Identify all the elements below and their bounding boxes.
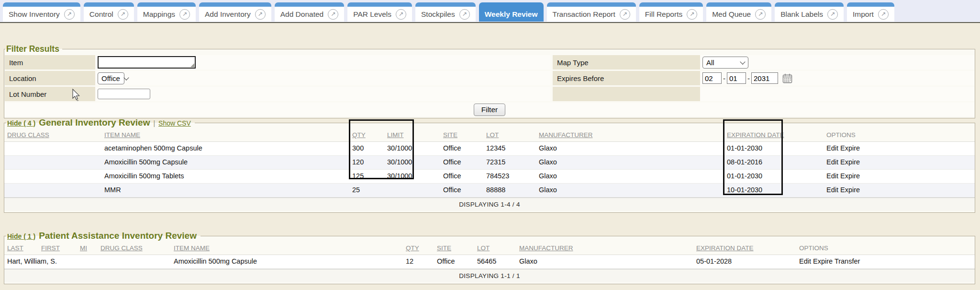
tab-accent-bar <box>547 2 636 7</box>
item-label: Item <box>5 55 95 70</box>
row-options-links[interactable]: Edit Expire <box>824 156 975 169</box>
external-link-icon[interactable]: ↗ <box>459 9 470 20</box>
tab-stockpiles[interactable]: Stockpiles↗ <box>415 2 476 22</box>
col-header-lot[interactable]: LOT <box>483 129 536 141</box>
tab-add-donated[interactable]: Add Donated↗ <box>275 2 345 22</box>
tab-med-queue[interactable]: Med Queue↗ <box>706 2 771 22</box>
external-link-icon[interactable]: ↗ <box>878 9 889 20</box>
filter-results-legend: Filter Results <box>5 44 62 54</box>
col-header-manufacturer[interactable]: MANUFACTURER <box>536 129 724 141</box>
calendar-icon[interactable] <box>782 73 792 83</box>
row-options-links[interactable]: Edit Expire <box>824 142 975 155</box>
tab-control[interactable]: Control↗ <box>84 2 134 22</box>
row-options-links[interactable]: Edit Expire Transfer <box>796 255 975 268</box>
lot-number-value-cell <box>95 87 550 101</box>
col-header-qty[interactable]: QTY <box>403 242 434 255</box>
inventory-row: acetaminophen 500mg Capsule 300 30/1000 … <box>4 142 975 156</box>
location-select[interactable]: Office <box>98 72 124 84</box>
cell-site: Office <box>434 255 474 268</box>
cell-last-name: Hart, William, S. <box>4 255 38 268</box>
external-link-icon[interactable]: ↗ <box>827 9 838 20</box>
tab-weekly-review[interactable]: Weekly Review <box>479 2 544 22</box>
tab-label: PAR Levels <box>353 10 391 19</box>
tab-accent-bar <box>84 2 134 7</box>
cell-limit: 30/1000 <box>384 170 440 183</box>
tab-show-inventory[interactable]: Show Inventory↗ <box>3 2 80 22</box>
col-header-last[interactable]: LAST <box>4 242 38 255</box>
tab-blank-labels[interactable]: Blank Labels↗ <box>775 2 844 22</box>
cell-manufacturer: Glaxo <box>536 170 724 183</box>
col-header-qty[interactable]: QTY <box>349 129 384 141</box>
item-value-cell <box>95 55 550 70</box>
tab-label: Mappings <box>143 10 175 19</box>
lot-number-label: Lot Number <box>5 87 95 101</box>
col-header-lot[interactable]: LOT <box>474 242 516 255</box>
inventory-row: MMR 25 Office 88888 Glaxo 10-01-2030 Edi… <box>4 184 975 197</box>
cell-expiration-date: 01-01-2030 <box>724 170 824 183</box>
filter-row-location: Location Office Expires Before - - <box>5 71 974 85</box>
resize-grip-icon[interactable] <box>190 63 194 67</box>
patient-assistance-title: Patient Assistance Inventory Review <box>39 231 197 241</box>
col-header-first[interactable]: FIRST <box>38 242 77 255</box>
cell-site: Office <box>440 156 483 169</box>
expires-month-input[interactable] <box>702 72 722 84</box>
map-type-select[interactable]: All <box>702 57 748 69</box>
col-header-site[interactable]: SITE <box>440 129 483 141</box>
map-type-selected-option: All <box>706 58 714 67</box>
col-header-expiration-date[interactable]: EXPIRATION DATE <box>724 129 824 141</box>
filter-button[interactable]: Filter <box>474 104 505 116</box>
external-link-icon[interactable]: ↗ <box>396 9 406 20</box>
tab-accent-bar <box>137 2 196 7</box>
external-link-icon[interactable]: ↗ <box>179 9 190 20</box>
col-header-expiration-date[interactable]: EXPIRATION DATE <box>693 242 796 255</box>
content-area: Filter Results Item Map Type All Locatio… <box>0 22 980 290</box>
col-header-drug-class[interactable]: DRUG CLASS <box>4 129 101 141</box>
tab-accent-bar <box>347 2 412 7</box>
hide-patient-link[interactable]: Hide ( 1 ) <box>7 232 35 240</box>
external-link-icon[interactable]: ↗ <box>687 9 697 20</box>
tab-label: Import <box>853 10 874 19</box>
cell-item-name: Amoxicillin 500mg Tablets <box>101 170 349 183</box>
tab-label: Show Inventory <box>9 10 60 19</box>
external-link-icon[interactable]: ↗ <box>118 9 128 20</box>
tab-accent-bar <box>775 2 844 7</box>
tab-transaction-report[interactable]: Transaction Report↗ <box>547 2 636 22</box>
filter-row-lot: Lot Number <box>5 87 974 101</box>
external-link-icon[interactable]: ↗ <box>64 9 75 20</box>
general-inventory-title: General Inventory Review <box>39 117 150 128</box>
date-separator: - <box>723 74 725 82</box>
tab-mappings[interactable]: Mappings↗ <box>137 2 196 22</box>
external-link-icon[interactable]: ↗ <box>755 9 766 20</box>
item-search-input[interactable] <box>98 56 196 69</box>
col-header-options: OPTIONS <box>796 242 975 255</box>
external-link-icon[interactable]: ↗ <box>620 9 630 20</box>
col-header-drug-class[interactable]: DRUG CLASS <box>98 242 171 255</box>
cell-lot: 72315 <box>483 156 536 169</box>
col-header-item-name[interactable]: ITEM NAME <box>101 129 349 141</box>
external-link-icon[interactable]: ↗ <box>328 9 338 20</box>
expires-year-input[interactable] <box>751 72 778 84</box>
tab-import[interactable]: Import↗ <box>847 2 894 22</box>
hide-general-link[interactable]: Hide ( 4 ) <box>7 119 35 127</box>
tab-fill-reports[interactable]: Fill Reports↗ <box>639 2 703 22</box>
lot-number-input[interactable] <box>98 89 150 99</box>
cell-drug-class <box>4 170 101 183</box>
expires-day-input[interactable] <box>727 72 746 84</box>
col-header-mi[interactable]: MI <box>77 242 98 255</box>
show-csv-link[interactable]: Show CSV <box>158 119 191 127</box>
date-separator: - <box>747 74 750 82</box>
row-options-links[interactable]: Edit Expire <box>824 170 975 183</box>
external-link-icon[interactable]: ↗ <box>255 9 266 20</box>
item-input-wrap <box>98 56 196 69</box>
tab-add-inventory[interactable]: Add Inventory↗ <box>199 2 271 22</box>
cell-first-name <box>38 255 77 268</box>
tab-par-levels[interactable]: PAR Levels↗ <box>347 2 412 22</box>
chevron-down-icon <box>740 59 745 64</box>
cell-qty: 125 <box>349 170 384 183</box>
col-header-manufacturer[interactable]: MANUFACTURER <box>516 242 693 255</box>
row-options-links[interactable]: Edit Expire <box>824 184 975 197</box>
col-header-item-name[interactable]: ITEM NAME <box>171 242 403 255</box>
col-header-limit[interactable]: LIMIT <box>384 129 440 141</box>
col-header-site[interactable]: SITE <box>434 242 474 255</box>
cell-site: Office <box>440 170 483 183</box>
